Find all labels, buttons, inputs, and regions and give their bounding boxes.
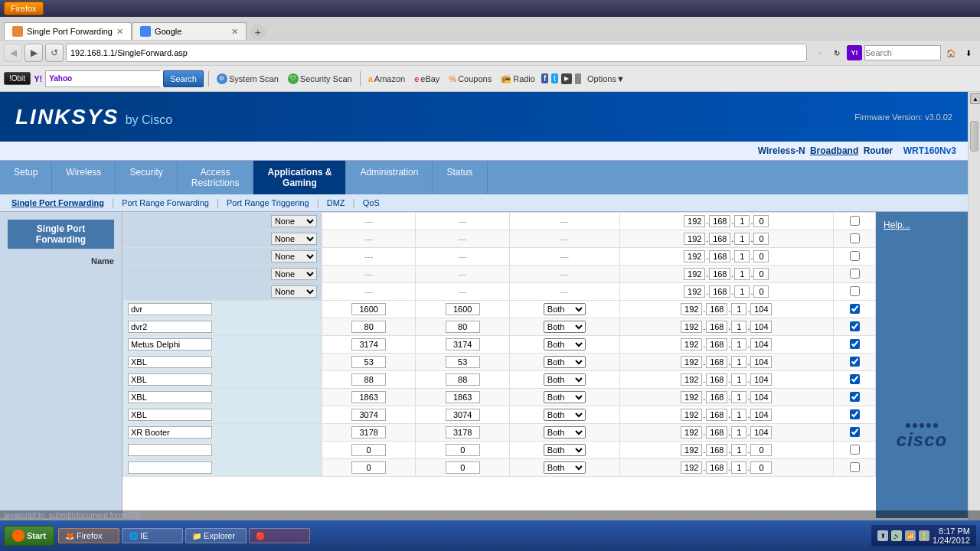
ip-data-3-4[interactable]: [750, 356, 772, 368]
tab-close-2[interactable]: ✕: [231, 27, 238, 37]
ip-1-1[interactable]: [684, 233, 705, 245]
protocol-select-6[interactable]: Both TCP UDP: [544, 409, 586, 421]
new-tab-button[interactable]: +: [250, 24, 266, 40]
social-icon[interactable]: ▶: [561, 73, 572, 84]
back-button[interactable]: ◀: [4, 44, 22, 62]
ip-1-4[interactable]: [753, 233, 769, 245]
enabled-cb-data-9[interactable]: [850, 462, 860, 472]
protocol-select-3[interactable]: Both TCP UDP: [544, 356, 586, 368]
protocol-select-1[interactable]: Both TCP UDP: [544, 321, 586, 333]
ip-0-2[interactable]: [709, 215, 730, 227]
none-select-3[interactable]: None: [271, 268, 317, 280]
ip-data-2-1[interactable]: [681, 338, 702, 350]
ip-data-5-2[interactable]: [706, 391, 727, 403]
ip-2-4[interactable]: [753, 250, 769, 262]
tray-icon-network[interactable]: 📶: [905, 530, 916, 541]
name-input-3[interactable]: [128, 356, 212, 368]
coupons-button[interactable]: % Coupons: [446, 73, 495, 85]
tab-google[interactable]: Google ✕: [132, 22, 247, 40]
int-port-input-2[interactable]: [446, 338, 480, 350]
ip-0-1[interactable]: [684, 215, 705, 227]
int-port-input-1[interactable]: [446, 321, 480, 333]
ip-data-0-2[interactable]: [706, 303, 727, 315]
ip-data-4-4[interactable]: [750, 373, 772, 386]
protocol-select-8[interactable]: Both TCP UDP: [544, 444, 586, 456]
ip-data-6-3[interactable]: [731, 409, 746, 421]
radio-button[interactable]: 📻 Radio: [498, 72, 538, 85]
download-icon[interactable]: ⬇: [961, 45, 976, 60]
browser-search-input[interactable]: [864, 45, 941, 60]
enabled-cb-none-0[interactable]: [850, 216, 860, 226]
ext-port-input-4[interactable]: [351, 373, 386, 386]
ip-data-5-3[interactable]: [731, 391, 746, 403]
name-input-7[interactable]: [128, 426, 212, 439]
start-button[interactable]: Start: [4, 526, 54, 546]
int-port-input-0[interactable]: [446, 303, 480, 315]
int-port-input-9[interactable]: [446, 461, 480, 474]
ip-data-3-3[interactable]: [731, 356, 746, 368]
ip-4-3[interactable]: [734, 285, 750, 298]
enabled-cb-none-1[interactable]: [850, 233, 860, 243]
enabled-cb-data-2[interactable]: [850, 339, 860, 349]
scroll-up-button[interactable]: ▲: [970, 93, 980, 104]
twitter-icon[interactable]: t: [551, 73, 558, 83]
ip-2-2[interactable]: [709, 250, 730, 262]
address-bar[interactable]: [66, 44, 807, 62]
subnav-port-range-forwarding[interactable]: Port Range Forwarding: [118, 198, 213, 207]
name-input-0[interactable]: [128, 303, 212, 315]
ip-data-2-3[interactable]: [731, 338, 746, 350]
ip-data-9-3[interactable]: [731, 461, 746, 474]
protocol-select-7[interactable]: Both TCP UDP: [544, 426, 586, 439]
ip-data-9-4[interactable]: [750, 461, 772, 474]
ip-data-7-3[interactable]: [731, 426, 746, 439]
ext-port-input-8[interactable]: [351, 444, 386, 456]
protocol-select-5[interactable]: Both TCP UDP: [544, 391, 586, 403]
taskbar-ie[interactable]: 🌐 IE: [122, 528, 183, 543]
ip-data-6-4[interactable]: [750, 409, 772, 421]
enabled-cb-data-4[interactable]: [850, 374, 860, 384]
ip-data-9-1[interactable]: [681, 461, 702, 474]
ip-data-8-1[interactable]: [681, 444, 702, 456]
ip-3-1[interactable]: [684, 268, 705, 280]
tab-setup[interactable]: Setup: [0, 161, 52, 194]
yahoo-search-icon[interactable]: Y!: [847, 45, 862, 60]
tab-administration[interactable]: Administration: [346, 161, 433, 194]
ip-data-4-2[interactable]: [706, 373, 727, 386]
enabled-cb-data-6[interactable]: [850, 409, 860, 419]
ip-4-2[interactable]: [709, 285, 730, 298]
ip-2-3[interactable]: [734, 250, 750, 262]
ip-data-7-2[interactable]: [706, 426, 727, 439]
name-input-6[interactable]: [128, 409, 212, 421]
name-input-4[interactable]: [128, 373, 212, 386]
tray-icon-battery[interactable]: 🔋: [919, 530, 929, 541]
protocol-select-2[interactable]: Both TCP UDP: [544, 338, 586, 350]
ext-port-input-2[interactable]: [351, 338, 386, 350]
ip-data-2-2[interactable]: [706, 338, 727, 350]
int-port-input-5[interactable]: [446, 391, 480, 403]
taskbar-explorer[interactable]: 📁 Explorer: [185, 528, 247, 543]
ip-data-8-2[interactable]: [706, 444, 727, 456]
ext-port-input-3[interactable]: [351, 356, 386, 368]
ebay-button[interactable]: e eBay: [411, 73, 443, 85]
system-scan-button[interactable]: ⚙ System Scan: [214, 72, 282, 86]
ip-3-3[interactable]: [734, 268, 750, 280]
ext-port-input-0[interactable]: [351, 303, 386, 315]
tab-applications-gaming[interactable]: Applications &Gaming: [253, 161, 346, 194]
enabled-cb-data-3[interactable]: [850, 357, 860, 367]
enabled-cb-data-1[interactable]: [850, 321, 860, 331]
subnav-port-range-triggering[interactable]: Port Range Triggering: [223, 198, 313, 207]
int-port-input-8[interactable]: [446, 444, 480, 456]
ext-port-input-6[interactable]: [351, 409, 386, 421]
firefox-button[interactable]: Firefox: [4, 2, 44, 15]
protocol-select-4[interactable]: Both TCP UDP: [544, 373, 586, 386]
ip-data-6-2[interactable]: [706, 409, 727, 421]
tab-status[interactable]: Status: [433, 161, 487, 194]
ip-data-1-3[interactable]: [731, 321, 746, 333]
ext-port-input-1[interactable]: [351, 321, 386, 333]
obit-button[interactable]: !Obit: [4, 72, 31, 85]
tab-wireless[interactable]: Wireless: [52, 161, 116, 194]
ip-3-4[interactable]: [753, 268, 769, 280]
name-input-2[interactable]: [128, 338, 212, 350]
enabled-cb-data-5[interactable]: [850, 392, 860, 402]
reload-button[interactable]: ↺: [45, 44, 64, 62]
